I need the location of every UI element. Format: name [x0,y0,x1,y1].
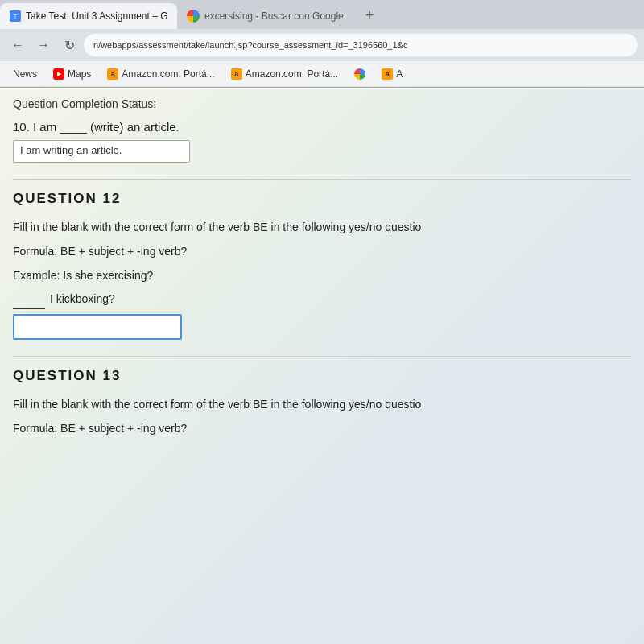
address-input[interactable] [84,34,638,56]
q12-formula: Formula: BE + subject + -ing verb? [13,242,631,262]
google-circle-icon [354,68,365,80]
q12-heading: QUESTION 12 [13,191,631,207]
tab-active[interactable]: T Take Test: Unit 3 Assignment – G × [0,3,177,29]
bookmark-news-label: News [13,68,37,80]
bookmark-amazon3[interactable]: a A [375,67,409,81]
tab-inactive-close[interactable]: × [353,10,354,22]
forward-button[interactable]: → [32,34,55,56]
q12-example: Example: Is she exercising? [13,266,631,286]
q12-answer-input[interactable] [13,314,182,340]
question-12-section: QUESTION 12 Fill in the blank with the c… [13,191,631,340]
tab-active-label: Take Test: Unit 3 Assignment – G [26,10,168,22]
q13-formula: Formula: BE + subject + -ing verb? [13,419,631,439]
browser-chrome: T Take Test: Unit 3 Assignment – G × exc… [0,0,644,88]
amazon-icon-1: a [107,68,118,80]
bookmark-amazon2-label: Amazon.com: Portá... [246,68,338,80]
bookmark-amazon1[interactable]: a Amazon.com: Portá... [101,67,221,81]
q10-prefix: 10. I am [13,120,56,134]
tab-bar: T Take Test: Unit 3 Assignment – G × exc… [0,0,644,29]
q10-answer: I am writing an article. [13,140,190,163]
q13-heading: QUESTION 13 [13,368,631,384]
bookmark-google[interactable] [348,67,372,81]
q12-instruction: Fill in the blank with the correct form … [13,218,631,237]
bookmarks-bar: News Maps a Amazon.com: Portá... a Amazo… [0,61,644,87]
bookmark-amazon2[interactable]: a Amazon.com: Portá... [225,67,345,81]
completion-status: Question Completion Status: [13,97,631,110]
page-icon: T [10,10,21,22]
bookmark-maps-label: Maps [68,68,91,80]
address-bar-row: ← → ↻ [0,29,644,61]
q13-instruction: Fill in the blank with the correct form … [13,395,631,415]
question-10-text: 10. I am ____ (write) an article. [13,120,631,134]
completion-status-label: Question Completion Status: [13,97,156,110]
question-10-section: 10. I am ____ (write) an article. I am w… [13,120,631,163]
amazon-icon-3: a [382,68,393,80]
amazon-icon-2: a [231,68,242,80]
page-content: Question Completion Status: 10. I am ___… [0,88,644,644]
bookmark-amazon3-label: A [396,68,402,80]
bookmark-amazon1-label: Amazon.com: Portá... [122,68,214,80]
q10-verb: (write) an article. [90,120,180,134]
google-favicon [187,10,200,23]
tab-inactive[interactable]: excersising - Buscar con Google × [177,3,354,29]
youtube-icon [53,68,64,80]
bookmark-maps[interactable]: Maps [47,67,97,81]
q10-blank: ____ [60,120,86,134]
q12-blank-line [13,308,45,309]
divider-1 [13,179,631,180]
new-tab-button[interactable]: + [357,3,382,27]
q12-sentence-text: I kickboxing? [50,292,115,305]
tab-inactive-label: excersising - Buscar con Google [204,10,344,22]
bookmark-news[interactable]: News [6,67,43,81]
question-13-section: QUESTION 13 Fill in the blank with the c… [13,368,631,439]
divider-2 [13,356,631,357]
refresh-button[interactable]: ↻ [58,34,80,56]
back-button[interactable]: ← [6,34,29,56]
q12-sentence: I kickboxing? [13,290,631,309]
